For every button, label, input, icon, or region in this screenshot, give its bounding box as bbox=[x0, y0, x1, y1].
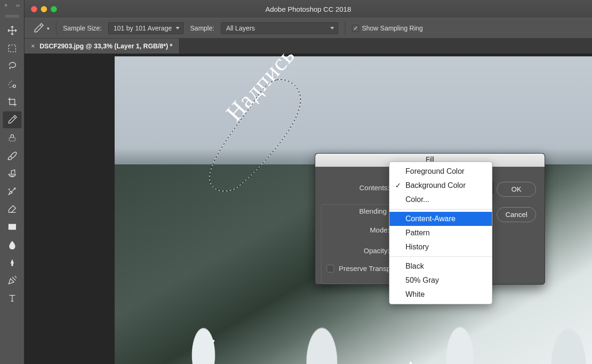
dropdown-item[interactable]: Color... bbox=[389, 193, 492, 207]
marquee-tool[interactable] bbox=[3, 40, 22, 57]
svg-rect-0 bbox=[8, 45, 16, 52]
minimize-window-button[interactable] bbox=[41, 6, 47, 12]
lasso-selection bbox=[204, 75, 317, 195]
blending-label: Blending bbox=[357, 207, 389, 215]
app-title: Adobe Photoshop CC 2018 bbox=[24, 5, 592, 13]
history-brush-tool[interactable] bbox=[3, 183, 22, 200]
toolbox-grip[interactable] bbox=[5, 15, 19, 18]
crop-tool[interactable] bbox=[3, 93, 22, 110]
dropdown-item[interactable]: White bbox=[389, 287, 492, 302]
toolbox bbox=[0, 10, 24, 364]
quick-select-tool[interactable] bbox=[3, 76, 22, 93]
svg-rect-2 bbox=[9, 138, 15, 141]
maximize-window-button[interactable] bbox=[51, 6, 57, 12]
dropdown-item[interactable]: Black bbox=[389, 259, 492, 273]
dropdown-item[interactable]: 50% Gray bbox=[389, 273, 492, 287]
contents-dropdown: Foreground ColorBackground ColorColor...… bbox=[389, 162, 492, 304]
type-tool[interactable] bbox=[3, 290, 22, 307]
tool-preset-picker[interactable]: ▾ bbox=[33, 23, 49, 34]
checkbox-icon bbox=[352, 25, 359, 32]
show-sampling-ring-toggle[interactable]: Show Sampling Ring bbox=[352, 24, 423, 32]
dropdown-item[interactable]: Pattern bbox=[389, 226, 492, 240]
gradient-tool[interactable] bbox=[3, 218, 22, 235]
sample-size-select[interactable]: 101 by 101 Average bbox=[108, 22, 183, 34]
brush-tool[interactable] bbox=[3, 147, 22, 164]
opacity-label: Opacity: bbox=[364, 247, 389, 255]
close-panel-icon[interactable]: × bbox=[2, 2, 9, 8]
eraser-tool[interactable] bbox=[3, 201, 22, 217]
sample-label: Sample: bbox=[190, 24, 214, 32]
close-window-button[interactable] bbox=[31, 6, 37, 12]
dodge-tool[interactable] bbox=[3, 254, 22, 271]
dropdown-item[interactable]: Foreground Color bbox=[389, 164, 492, 178]
options-bar: ▾ Sample Size: 101 by 101 Average Sample… bbox=[24, 18, 592, 39]
blur-tool[interactable] bbox=[3, 236, 22, 253]
spot-heal-tool[interactable] bbox=[3, 129, 22, 146]
move-tool[interactable] bbox=[3, 22, 22, 39]
document-tab-title: DSCF2903.jpg @ 33,3% (Layer 1, RGB/8*) * bbox=[39, 42, 172, 50]
sample-layers-select[interactable]: All Layers bbox=[221, 22, 338, 34]
titlebar[interactable]: Adobe Photoshop CC 2018 bbox=[24, 0, 592, 18]
mode-label: Mode: bbox=[370, 226, 389, 234]
window-controls bbox=[31, 6, 57, 12]
lasso-tool[interactable] bbox=[3, 58, 22, 75]
svg-point-1 bbox=[13, 85, 16, 88]
ok-button[interactable]: OK bbox=[497, 182, 536, 197]
cancel-button[interactable]: Cancel bbox=[497, 207, 536, 222]
sample-size-label: Sample Size: bbox=[63, 24, 101, 32]
contents-label: Contents: bbox=[359, 184, 389, 192]
document-tab[interactable]: × DSCF2903.jpg @ 33,3% (Layer 1, RGB/8*)… bbox=[24, 39, 179, 54]
checkbox-icon bbox=[327, 265, 334, 272]
dropdown-item[interactable]: History bbox=[389, 240, 492, 254]
pen-tool[interactable] bbox=[3, 272, 22, 289]
close-tab-icon[interactable]: × bbox=[31, 42, 35, 50]
dropdown-item[interactable]: Background Color bbox=[389, 178, 492, 193]
expand-panel-icon[interactable]: ›› bbox=[14, 2, 21, 8]
eyedropper-tool[interactable] bbox=[3, 111, 22, 128]
document-tabbar: × DSCF2903.jpg @ 33,3% (Layer 1, RGB/8*)… bbox=[24, 39, 592, 54]
clone-stamp-tool[interactable] bbox=[3, 165, 22, 182]
dropdown-item[interactable]: Content-Aware bbox=[389, 212, 492, 226]
left-panel-handle[interactable]: × ›› bbox=[0, 0, 24, 10]
